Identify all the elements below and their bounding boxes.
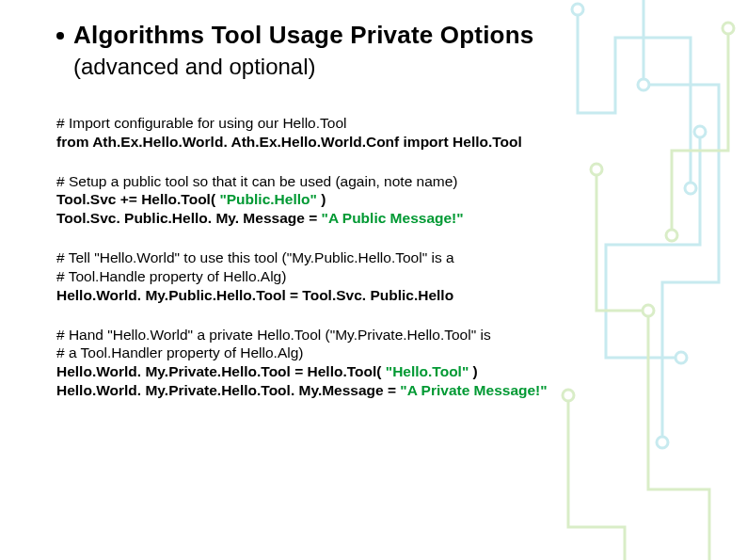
bullet-icon xyxy=(56,32,64,40)
code-fragment: Hello.World. My.Private.Hello.Tool. My.M… xyxy=(56,382,400,398)
string-literal: "A Private Message!" xyxy=(400,382,547,398)
code-fragment: Tool.Svc. Public.Hello. My. Message = xyxy=(56,210,322,226)
slide-subtitle: (advanced and optional) xyxy=(73,54,709,80)
code-block-import: # Import configurable for using our Hell… xyxy=(56,114,709,152)
code-block-private-tool: # Hand "Hello.World" a private Hello.Too… xyxy=(56,326,709,400)
comment-line: # Tool.Handle property of Hello.Alg) xyxy=(56,267,709,286)
code-block-public-tool: # Setup a public tool so that it can be … xyxy=(56,172,709,228)
code-line: Tool.Svc. Public.Hello. My. Message = "A… xyxy=(56,209,709,228)
code-fragment: Tool.Svc += Hello.Tool( xyxy=(56,191,219,207)
string-literal: "Public.Hello" xyxy=(219,191,316,207)
title-row: Algorithms Tool Usage Private Options xyxy=(56,21,709,50)
code-line: from Ath.Ex.Hello.World. Ath.Ex.Hello.Wo… xyxy=(56,133,709,152)
code-fragment: Hello.World. My.Private.Hello.Tool = Hel… xyxy=(56,363,386,379)
code-fragment: ) xyxy=(317,191,326,207)
string-literal: "Hello.Tool" xyxy=(386,363,469,379)
code-line: Hello.World. My.Public.Hello.Tool = Tool… xyxy=(56,286,709,305)
code-block-tell: # Tell "Hello.World" to use this tool ("… xyxy=(56,248,709,304)
code-line: Hello.World. My.Private.Hello.Tool = Hel… xyxy=(56,362,709,381)
code-line: Tool.Svc += Hello.Tool( "Public.Hello" ) xyxy=(56,190,709,209)
code-line: Hello.World. My.Private.Hello.Tool. My.M… xyxy=(56,381,709,400)
string-literal: "A Public Message!" xyxy=(322,210,464,226)
comment-line: # Import configurable for using our Hell… xyxy=(56,114,709,133)
comment-line: # Setup a public tool so that it can be … xyxy=(56,172,709,191)
comment-line: # Tell "Hello.World" to use this tool ("… xyxy=(56,248,709,267)
comment-line: # a Tool.Handler property of Hello.Alg) xyxy=(56,344,709,362)
comment-line: # Hand "Hello.World" a private Hello.Too… xyxy=(56,326,709,344)
slide-title: Algorithms Tool Usage Private Options xyxy=(73,21,533,50)
code-fragment: ) xyxy=(469,363,477,379)
slide-content: Algorithms Tool Usage Private Options (a… xyxy=(0,0,747,440)
